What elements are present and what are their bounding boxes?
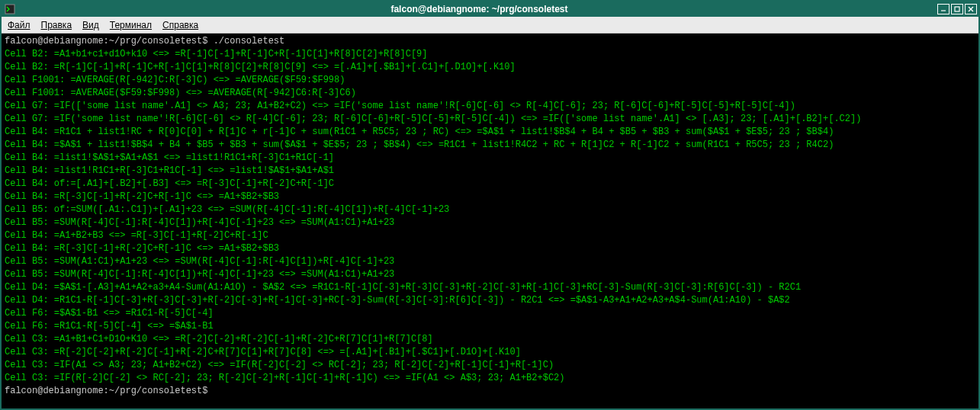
menu-file[interactable]: Файл [8, 20, 31, 30]
output-line: Cell B4: =list1!R1C1+R[-3]C1+R1C[-1] <=>… [5, 165, 975, 178]
output-line: Cell B4: =$A$1 + list1!$B$4 + B4 + $B5 +… [5, 139, 975, 152]
menubar: Файл Правка Вид Терминал Справка [2, 17, 978, 34]
output-line: Cell D4: =R1C1-R[-1]C[-3]+R[-3]C[-3]+R[-… [5, 294, 975, 307]
output-line: Cell B4: =R[-3]C[-1]+R[-2]C+R[-1]C <=> =… [5, 191, 975, 203]
terminal-icon [3, 2, 17, 16]
titlebar[interactable]: falcon@debiangnome: ~/prg/consoletest [2, 2, 978, 17]
output-line: Cell F6: =R1C1-R[-5]C[-4] <=> =$A$1-B1 [5, 320, 975, 333]
output-line: Cell C3: =IF(R[-2]C[-2] <> RC[-2]; 23; R… [5, 372, 975, 385]
output-line: Cell B4: of:=[.A1]+[.B2]+[.B3] <=> =R[-3… [5, 178, 975, 191]
output-line: Cell F1001: =AVERAGE($F59:$F998) <=> =AV… [5, 87, 975, 100]
output-line: Cell B4: =R[-3]C[-1]+R[-2]C+R[-1]C <=> =… [5, 242, 975, 255]
window-buttons [937, 4, 977, 14]
menu-terminal[interactable]: Терминал [110, 20, 152, 30]
output-line: Cell F6: =$A$1-B1 <=> =R1C1-R[-5]C[-4] [5, 307, 975, 320]
prompt-line: falcon@debiangnome:~/prg/consoletest$ ./… [5, 35, 975, 48]
output-line: Cell B2: =A1+b1+c1+d1O+k10 <=> =R[-1]C[-… [5, 48, 975, 61]
close-button[interactable] [965, 4, 977, 14]
output-line: Cell B5: =SUM(R[-4]C[-1]:R[-4]C[1])+R[-4… [5, 216, 975, 229]
output-line: Cell C3: =R[-2]C[-2]+R[-2]C[-1]+R[-2]C+R… [5, 346, 975, 359]
output-line: Cell B4: =A1+B2+B3 <=> =R[-3]C[-1]+R[-2]… [5, 229, 975, 242]
output-line: Cell B2: =R[-1]C[-1]+R[-1]C+R[-1]C[1]+R[… [5, 61, 975, 74]
menu-help[interactable]: Справка [162, 20, 198, 30]
svg-rect-0 [5, 5, 14, 14]
terminal-window: falcon@debiangnome: ~/prg/consoletest Фа… [0, 0, 980, 410]
output-line: Cell C3: =A1+B1+C1+D1O+K10 <=> =R[-2]C[-… [5, 333, 975, 346]
menu-edit[interactable]: Правка [41, 20, 72, 30]
terminal-output[interactable]: falcon@debiangnome:~/prg/consoletest$ ./… [2, 34, 978, 408]
output-line: Cell F1001: =AVERAGE(R[-942]C:R[-3]C) <=… [5, 74, 975, 87]
svg-rect-2 [955, 7, 959, 11]
output-line: Cell D4: =$A$1-[.A3]+A1+A2+a3+A4-Sum(A1:… [5, 281, 975, 294]
output-line: Cell B4: =list1!$A$1+$A1+A$1 <=> =list1!… [5, 152, 975, 165]
minimize-button[interactable] [937, 4, 949, 14]
menu-view[interactable]: Вид [82, 20, 99, 30]
output-line: Cell B5: =SUM(A1:C1)+A1+23 <=> =SUM(R[-4… [5, 255, 975, 268]
prompt-line: falcon@debiangnome:~/prg/consoletest$ [5, 385, 975, 398]
output-line: Cell C3: =IF(A1 <> A3; 23; A1+B2+C2) <=>… [5, 359, 975, 372]
output-line: Cell B5: of:=SUM([.A1:.C1])+[.A1]+23 <=>… [5, 203, 975, 216]
maximize-button[interactable] [951, 4, 963, 14]
output-line: Cell B4: =R1C1 + list1!RC + R[0]C[0] + R… [5, 126, 975, 139]
output-line: Cell G7: =IF('some list name'!R[-6]C[-6]… [5, 113, 975, 126]
output-line: Cell G7: =IF(['some list name'.A1] <> A3… [5, 100, 975, 113]
window-title: falcon@debiangnome: ~/prg/consoletest [21, 4, 937, 14]
output-line: Cell B5: =SUM(R[-4]C[-1]:R[-4]C[1])+R[-4… [5, 268, 975, 281]
